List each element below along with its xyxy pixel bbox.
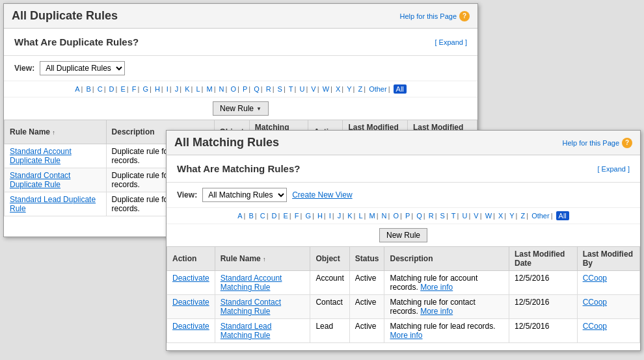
match-alpha-r[interactable]: R	[429, 212, 434, 220]
match-alpha-v[interactable]: V	[474, 212, 478, 220]
dup-alpha-c[interactable]: C	[98, 85, 103, 93]
match-row2-deactivate-link[interactable]: Deactivate	[172, 298, 209, 307]
match-alpha-p[interactable]: P	[405, 212, 410, 220]
dup-alpha-s[interactable]: S	[278, 85, 282, 93]
dup-alpha-q[interactable]: Q	[254, 85, 260, 93]
dup-alpha-d[interactable]: D	[109, 85, 114, 93]
match-row3-modified-by-link[interactable]: CCoop	[583, 322, 607, 331]
dup-alpha-w[interactable]: W	[323, 85, 329, 93]
dup-help-icon: ?	[459, 11, 470, 21]
dup-row1-name: Standard Account Duplicate Rule	[5, 144, 107, 168]
match-alpha-x[interactable]: X	[498, 212, 503, 220]
match-create-view-link[interactable]: Create New View	[292, 190, 352, 199]
dup-new-rule-label: New Rule	[220, 104, 254, 113]
dup-help-link[interactable]: Help for this Page ?	[400, 11, 470, 21]
dup-panel-header: All Duplicate Rules Help for this Page ?	[4, 4, 477, 29]
dup-alpha-g[interactable]: G	[142, 85, 148, 93]
match-row1-deactivate-link[interactable]: Deactivate	[172, 274, 209, 283]
match-alpha-l[interactable]: L	[358, 212, 362, 220]
match-row3-more-info-link[interactable]: More info	[390, 331, 422, 340]
dup-new-rule-button[interactable]: New Rule ▼	[213, 101, 269, 116]
match-alpha-s[interactable]: S	[440, 212, 445, 220]
match-rules-table: Action Rule Name ↑ Object Status Descrip…	[167, 246, 640, 343]
match-alpha-other[interactable]: Other	[531, 212, 550, 220]
dup-alpha-z[interactable]: Z	[358, 85, 362, 93]
match-alpha-g[interactable]: G	[305, 212, 311, 220]
match-row3-modified-date: 12/5/2016	[509, 319, 577, 343]
dup-panel-title: All Duplicate Rules	[12, 9, 118, 23]
match-alpha-u[interactable]: U	[462, 212, 467, 220]
match-row2-desc: Matching rule for contact records. More …	[384, 295, 509, 319]
dup-row1-name-link[interactable]: Standard Account Duplicate Rule	[10, 147, 72, 165]
dup-alpha-l[interactable]: L	[196, 85, 200, 93]
match-row1-modified-by-link[interactable]: CCoop	[583, 274, 607, 283]
dup-alpha-n[interactable]: N	[219, 85, 224, 93]
match-alpha-m[interactable]: M	[369, 212, 375, 220]
match-alpha-all[interactable]: All	[556, 211, 569, 220]
dup-alpha-other[interactable]: Other	[369, 85, 387, 93]
match-row1-name: Standard Account Matching Rule	[215, 271, 310, 295]
dup-row3-name-link[interactable]: Standard Lead Duplicate Rule	[10, 195, 96, 213]
dup-alpha-nav: A| B| C| D| E| F| G| H| I| J| K| L| M| N…	[4, 81, 477, 97]
dup-alpha-f[interactable]: F	[132, 85, 137, 93]
dup-alpha-all[interactable]: All	[394, 84, 407, 94]
dup-row2-name-link[interactable]: Standard Contact Duplicate Rule	[10, 171, 70, 189]
dup-alpha-y[interactable]: Y	[347, 85, 351, 93]
match-row1-desc: Matching rule for account records. More …	[384, 271, 509, 295]
match-alpha-k[interactable]: K	[347, 212, 352, 220]
match-expand-link[interactable]: [ Expand ]	[597, 165, 630, 173]
dup-alpha-e[interactable]: E	[120, 85, 125, 93]
match-help-text: Help for this Page	[563, 139, 619, 147]
dup-help-text: Help for this Page	[400, 12, 457, 20]
match-alpha-c[interactable]: C	[260, 212, 265, 220]
match-alpha-t[interactable]: T	[451, 212, 456, 220]
match-alpha-d[interactable]: D	[272, 212, 277, 220]
match-row3-name: Standard Lead Matching Rule	[215, 319, 310, 343]
match-alpha-e[interactable]: E	[283, 212, 288, 220]
dup-alpha-j[interactable]: J	[175, 85, 179, 93]
dup-view-select[interactable]: All Duplicate Rules	[40, 61, 125, 75]
match-row1-more-info-link[interactable]: More info	[420, 283, 453, 292]
match-row3-modified-by: CCoop	[577, 319, 639, 343]
match-new-rule-button[interactable]: New Rule	[379, 228, 427, 242]
match-row3-deactivate-link[interactable]: Deactivate	[172, 322, 209, 331]
match-view-select[interactable]: All Matching Rules	[202, 188, 287, 202]
dup-alpha-b[interactable]: B	[86, 85, 90, 93]
match-row1-name-link[interactable]: Standard Account Matching Rule	[221, 274, 282, 292]
match-alpha-j[interactable]: J	[338, 212, 342, 220]
dup-alpha-h[interactable]: H	[155, 85, 160, 93]
match-alpha-q[interactable]: Q	[416, 212, 422, 220]
dup-alpha-r[interactable]: R	[266, 85, 271, 93]
dup-alpha-t[interactable]: T	[289, 85, 293, 93]
dup-alpha-k[interactable]: K	[185, 85, 189, 93]
match-alpha-n[interactable]: N	[382, 212, 387, 220]
match-row2-more-info-link[interactable]: More info	[420, 307, 453, 316]
dup-alpha-m[interactable]: M	[206, 85, 212, 93]
match-alpha-w[interactable]: W	[485, 212, 492, 220]
match-alpha-b[interactable]: B	[248, 212, 253, 220]
match-row2-modified-by-link[interactable]: CCoop	[583, 298, 607, 307]
table-row: Deactivate Standard Lead Matching Rule L…	[167, 319, 640, 343]
match-row2-name-link[interactable]: Standard Contact Matching Rule	[221, 298, 281, 316]
dup-alpha-v[interactable]: V	[311, 85, 315, 93]
dup-alpha-o[interactable]: O	[230, 85, 236, 93]
dup-alpha-u[interactable]: U	[299, 85, 304, 93]
match-alpha-h[interactable]: H	[317, 212, 323, 220]
match-alpha-a[interactable]: A	[237, 212, 242, 220]
match-alpha-f[interactable]: F	[295, 212, 299, 220]
dup-alpha-i[interactable]: I	[167, 85, 168, 93]
match-alpha-z[interactable]: Z	[520, 212, 525, 220]
dup-alpha-p[interactable]: P	[243, 85, 247, 93]
matching-rules-panel: All Matching Rules Help for this Page ? …	[166, 130, 641, 351]
dup-alpha-x[interactable]: X	[336, 85, 340, 93]
match-row3-name-link[interactable]: Standard Lead Matching Rule	[221, 322, 272, 340]
match-alpha-y[interactable]: Y	[509, 212, 514, 220]
match-view-label: View:	[177, 190, 197, 199]
match-help-icon: ?	[622, 138, 632, 148]
match-alpha-i[interactable]: I	[329, 212, 331, 220]
match-alpha-o[interactable]: O	[393, 212, 399, 220]
dup-what-are-section: What Are Duplicate Rules? [ Expand ]	[4, 29, 477, 56]
match-help-link[interactable]: Help for this Page ?	[563, 138, 632, 148]
dup-alpha-a[interactable]: A	[75, 85, 79, 93]
dup-expand-link[interactable]: [ Expand ]	[435, 38, 467, 46]
